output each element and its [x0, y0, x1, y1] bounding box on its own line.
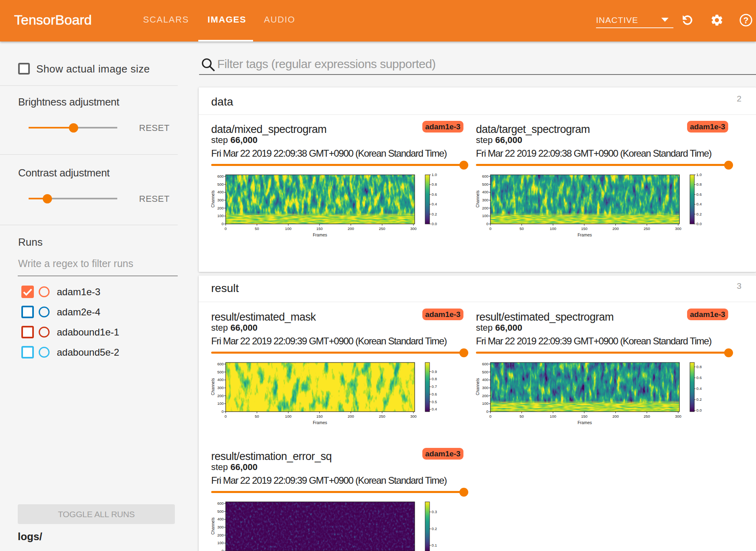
svg-text:400: 400 — [217, 190, 224, 194]
svg-text:300: 300 — [217, 525, 224, 529]
svg-text:150: 150 — [581, 226, 588, 231]
svg-text:300: 300 — [675, 414, 681, 418]
svg-text:100: 100 — [550, 226, 556, 231]
svg-text:100: 100 — [550, 414, 556, 418]
svg-text:300: 300 — [410, 226, 417, 231]
svg-text:Frames: Frames — [577, 232, 592, 237]
svg-text:250: 250 — [379, 414, 385, 418]
svg-text:50: 50 — [255, 226, 259, 231]
svg-text:200: 200 — [482, 394, 488, 398]
svg-text:400: 400 — [217, 377, 224, 382]
svg-text:0: 0 — [222, 409, 224, 414]
svg-text:500: 500 — [482, 370, 488, 374]
svg-text:0.0: 0.0 — [696, 408, 702, 412]
svg-text:0.6: 0.6 — [432, 192, 437, 197]
svg-text:0.8: 0.8 — [432, 377, 437, 381]
svg-text:150: 150 — [316, 226, 323, 231]
svg-text:50: 50 — [519, 226, 524, 231]
svg-text:0.4: 0.4 — [696, 202, 702, 206]
svg-text:300: 300 — [482, 198, 488, 202]
svg-text:200: 200 — [348, 226, 354, 231]
svg-text:0: 0 — [224, 226, 226, 231]
svg-text:0: 0 — [222, 222, 224, 226]
svg-text:0.1: 0.1 — [432, 543, 437, 547]
svg-text:150: 150 — [581, 414, 588, 418]
svg-text:300: 300 — [217, 198, 224, 202]
svg-text:0.8: 0.8 — [696, 365, 702, 369]
svg-text:0.6: 0.6 — [432, 392, 437, 396]
svg-text:0.2: 0.2 — [696, 397, 702, 402]
svg-text:Channels: Channels — [211, 378, 215, 395]
svg-text:200: 200 — [613, 414, 619, 418]
svg-text:0: 0 — [222, 549, 224, 551]
svg-text:Channels: Channels — [476, 191, 480, 207]
svg-text:150: 150 — [316, 414, 323, 418]
svg-text:0: 0 — [486, 222, 488, 226]
svg-text:100: 100 — [482, 213, 488, 218]
svg-text:600: 600 — [217, 501, 224, 505]
svg-text:600: 600 — [217, 362, 224, 366]
svg-text:0.3: 0.3 — [432, 510, 437, 514]
svg-text:400: 400 — [482, 190, 488, 194]
svg-text:0.0: 0.0 — [432, 222, 437, 226]
svg-text:100: 100 — [217, 213, 224, 218]
svg-text:250: 250 — [644, 414, 650, 418]
svg-text:0: 0 — [224, 414, 226, 418]
svg-text:100: 100 — [217, 401, 224, 406]
svg-text:300: 300 — [482, 385, 488, 390]
svg-text:Frames: Frames — [313, 232, 327, 237]
svg-text:Frames: Frames — [313, 420, 327, 425]
svg-text:500: 500 — [482, 182, 488, 186]
svg-text:100: 100 — [285, 226, 291, 231]
svg-text:250: 250 — [379, 226, 385, 231]
svg-text:250: 250 — [644, 226, 650, 231]
svg-text:?: ? — [744, 16, 749, 25]
svg-text:400: 400 — [217, 517, 224, 521]
svg-text:0.9: 0.9 — [432, 369, 437, 374]
svg-text:0.5: 0.5 — [432, 400, 437, 404]
svg-text:300: 300 — [675, 226, 681, 231]
svg-text:Channels: Channels — [211, 191, 215, 207]
svg-text:200: 200 — [217, 533, 224, 537]
svg-text:0: 0 — [489, 226, 491, 231]
svg-text:Frames: Frames — [577, 420, 592, 425]
svg-text:500: 500 — [217, 370, 224, 374]
svg-text:0.4: 0.4 — [432, 407, 437, 411]
svg-text:600: 600 — [482, 174, 488, 178]
svg-text:200: 200 — [217, 206, 224, 210]
svg-text:0.6: 0.6 — [696, 375, 702, 380]
svg-text:Channels: Channels — [476, 378, 480, 395]
svg-text:500: 500 — [217, 509, 224, 514]
svg-text:100: 100 — [482, 401, 488, 406]
svg-text:0.8: 0.8 — [432, 182, 437, 186]
svg-text:0.2: 0.2 — [432, 212, 437, 216]
svg-text:0.0: 0.0 — [696, 222, 702, 226]
svg-text:200: 200 — [482, 206, 488, 210]
svg-text:0.4: 0.4 — [696, 386, 702, 391]
svg-text:500: 500 — [217, 182, 224, 186]
svg-text:300: 300 — [217, 385, 224, 390]
svg-text:200: 200 — [217, 394, 224, 398]
svg-text:600: 600 — [482, 362, 488, 366]
svg-text:0.4: 0.4 — [432, 202, 437, 206]
svg-text:200: 200 — [348, 414, 354, 418]
svg-text:0: 0 — [489, 414, 491, 418]
svg-text:0: 0 — [486, 409, 488, 414]
svg-text:1.0: 1.0 — [432, 172, 437, 177]
svg-text:400: 400 — [482, 377, 488, 382]
svg-text:50: 50 — [255, 414, 259, 418]
svg-text:200: 200 — [613, 226, 619, 231]
svg-text:0.2: 0.2 — [432, 526, 437, 531]
svg-text:100: 100 — [285, 414, 291, 418]
svg-text:0.2: 0.2 — [696, 212, 702, 216]
svg-text:1.0: 1.0 — [696, 172, 702, 177]
svg-text:0.6: 0.6 — [696, 192, 702, 197]
svg-text:Channels: Channels — [211, 518, 215, 534]
svg-text:600: 600 — [217, 174, 224, 178]
svg-text:0.8: 0.8 — [696, 182, 702, 186]
svg-text:100: 100 — [217, 541, 224, 545]
svg-text:50: 50 — [519, 414, 524, 418]
svg-text:0.7: 0.7 — [432, 384, 437, 389]
svg-text:300: 300 — [410, 414, 417, 418]
